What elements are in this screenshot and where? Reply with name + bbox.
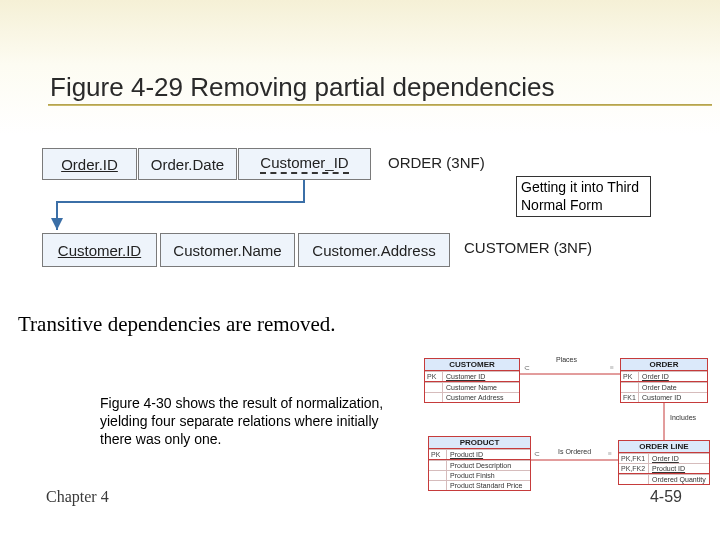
customer-pk: Customer ID xyxy=(443,372,519,381)
customer-attr-1: Customer Address xyxy=(443,393,519,402)
order-pk: Order ID xyxy=(639,372,707,381)
svg-text:≡: ≡ xyxy=(610,364,614,372)
orderline-k2-label: PK,FK2 xyxy=(619,464,649,473)
order-attr-1: Customer ID xyxy=(639,393,707,402)
result-paragraph: Figure 4-30 shows the result of normaliz… xyxy=(100,394,406,449)
svg-text:≡: ≡ xyxy=(608,450,612,458)
page-number: 4-59 xyxy=(650,488,682,506)
orderline-k1: Order ID xyxy=(649,454,709,463)
entity-orderline: ORDER LINE PK,FK1Order ID PK,FK2Product … xyxy=(618,440,710,485)
customer-pk-label: PK xyxy=(425,372,443,381)
slide-title: Figure 4-29 Removing partial dependencie… xyxy=(50,72,554,103)
order-date-text: Order.Date xyxy=(151,156,224,173)
order-relation-label: ORDER (3NF) xyxy=(388,154,485,171)
customer-name-cell: Customer.Name xyxy=(160,233,295,267)
entity-product-title: PRODUCT xyxy=(429,437,530,449)
erd-diagram: ⊂ ≡ ⊂ ≡ CUSTOMER PKCustomer ID Customer … xyxy=(418,356,714,506)
entity-orderline-title: ORDER LINE xyxy=(619,441,709,453)
rel-places: Places xyxy=(556,356,577,363)
orderline-k1-label: PK,FK1 xyxy=(619,454,649,463)
customer-address-cell: Customer.Address xyxy=(298,233,450,267)
chapter-label: Chapter 4 xyxy=(46,488,109,506)
customer-address-text: Customer.Address xyxy=(312,242,435,259)
order-fk1-label: FK1 xyxy=(621,393,639,402)
customer-id-text: Customer.ID xyxy=(58,242,141,259)
customer-id-cell: Customer.ID xyxy=(42,233,157,267)
annotation-text: Getting it into Third Normal Form xyxy=(521,179,639,213)
rel-isordered: Is Ordered xyxy=(558,448,591,455)
product-attr-1: Product Finish xyxy=(447,471,530,480)
entity-order: ORDER PKOrder ID Order Date FK1Customer … xyxy=(620,358,708,403)
order-customerid-text: Customer_ID xyxy=(260,154,348,174)
title-underline xyxy=(48,104,712,106)
customer-name-text: Customer.Name xyxy=(173,242,281,259)
order-id-text: Order.ID xyxy=(61,156,118,173)
order-id-cell: Order.ID xyxy=(42,148,137,180)
rel-includes: Includes xyxy=(670,414,696,421)
transitive-callout: Transitive dependencies are removed. xyxy=(18,312,336,337)
svg-text:⊂: ⊂ xyxy=(534,450,540,458)
entity-product: PRODUCT PKProduct ID Product Description… xyxy=(428,436,531,491)
product-attr-0: Product Description xyxy=(447,461,530,470)
annotation-note: Getting it into Third Normal Form xyxy=(516,176,651,217)
order-pk-label: PK xyxy=(621,372,639,381)
product-pk-label: PK xyxy=(429,450,447,459)
orderline-attr-0: Ordered Quantity xyxy=(649,475,709,484)
product-pk: Product ID xyxy=(447,450,530,459)
order-date-cell: Order.Date xyxy=(138,148,237,180)
entity-customer: CUSTOMER PKCustomer ID Customer Name Cus… xyxy=(424,358,520,403)
orderline-k2: Product ID xyxy=(649,464,709,473)
customer-relation-label: CUSTOMER (3NF) xyxy=(464,239,592,256)
product-attr-2: Product Standard Price xyxy=(447,481,530,490)
order-customerid-cell: Customer_ID xyxy=(238,148,371,180)
entity-customer-title: CUSTOMER xyxy=(425,359,519,371)
order-attr-0: Order Date xyxy=(639,383,707,392)
svg-text:⊂: ⊂ xyxy=(524,364,530,372)
customer-attr-0: Customer Name xyxy=(443,383,519,392)
entity-order-title: ORDER xyxy=(621,359,707,371)
